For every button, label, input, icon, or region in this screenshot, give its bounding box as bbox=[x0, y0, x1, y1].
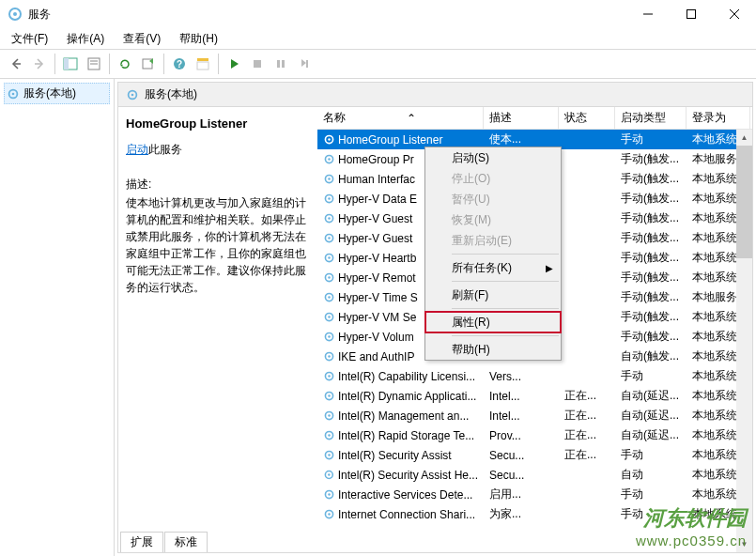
cell-startup: 自动(延迟... bbox=[615, 425, 687, 445]
svg-text:?: ? bbox=[177, 59, 182, 70]
svg-rect-7 bbox=[64, 58, 69, 70]
cell-startup: 手动(触发... bbox=[615, 248, 687, 268]
stop-service-button[interactable] bbox=[247, 54, 268, 74]
tab-standard[interactable]: 标准 bbox=[164, 532, 208, 552]
svg-point-51 bbox=[328, 394, 330, 396]
cell-name: Intel(R) Dynamic Applicati... bbox=[317, 388, 484, 405]
close-button[interactable] bbox=[713, 0, 756, 28]
cell-startup: 手动(触发... bbox=[615, 228, 687, 248]
cell-name: Intel(R) Security Assist He... bbox=[317, 467, 484, 484]
svg-point-61 bbox=[328, 493, 330, 495]
cell-startup: 手动 bbox=[615, 485, 687, 504]
context-menu-item: 恢复(M) bbox=[425, 209, 561, 230]
start-service-link[interactable]: 启动 bbox=[126, 143, 148, 156]
list-row[interactable]: Internet Connection Shari...为家...手动本地系统 bbox=[317, 504, 752, 524]
window-title: 服务 bbox=[28, 7, 626, 23]
cell-status bbox=[559, 375, 615, 378]
cell-desc: Secu... bbox=[484, 447, 559, 464]
tree-item-services-local[interactable]: 服务(本地) bbox=[4, 83, 110, 104]
menu-action[interactable]: 操作(A) bbox=[61, 29, 110, 49]
svg-rect-14 bbox=[197, 58, 208, 61]
list-row[interactable]: Intel(R) Dynamic Applicati...Intel...正在.… bbox=[317, 386, 752, 406]
scroll-up-button[interactable]: ▲ bbox=[736, 130, 752, 146]
cell-status bbox=[559, 493, 615, 497]
cell-desc: 启用... bbox=[484, 485, 559, 504]
context-menu-item[interactable]: 帮助(H) bbox=[425, 339, 561, 360]
pause-service-button[interactable] bbox=[270, 54, 291, 74]
context-menu-item[interactable]: 刷新(F) bbox=[425, 285, 561, 305]
list-row[interactable]: Intel(R) Rapid Storage Te...Prov...正在...… bbox=[317, 425, 752, 445]
menu-help[interactable]: 帮助(H) bbox=[174, 29, 224, 49]
restart-service-button[interactable] bbox=[294, 54, 315, 74]
column-name[interactable]: 名称⌃ bbox=[317, 107, 484, 129]
scroll-down-button[interactable]: ▼ bbox=[736, 536, 752, 552]
cell-startup: 手动(触发... bbox=[615, 189, 687, 208]
cell-startup: 自动 bbox=[615, 465, 687, 485]
maximize-button[interactable] bbox=[670, 0, 713, 28]
show-hide-tree-button[interactable] bbox=[60, 54, 81, 74]
svg-point-53 bbox=[328, 414, 330, 416]
svg-point-37 bbox=[328, 256, 330, 258]
cell-desc: Prov... bbox=[484, 427, 559, 444]
help-button[interactable]: ? bbox=[169, 54, 190, 74]
cell-status bbox=[559, 256, 615, 260]
svg-point-55 bbox=[328, 434, 330, 436]
selected-service-name: HomeGroup Listener bbox=[126, 116, 310, 131]
column-status[interactable]: 状态 bbox=[559, 107, 615, 129]
svg-point-43 bbox=[328, 316, 330, 317]
context-menu-item[interactable]: 启动(S) bbox=[425, 147, 561, 168]
cell-status: 正在... bbox=[559, 386, 615, 406]
tab-extended[interactable]: 扩展 bbox=[120, 532, 163, 552]
svg-point-35 bbox=[328, 237, 330, 239]
svg-point-49 bbox=[328, 375, 330, 377]
svg-point-23 bbox=[131, 93, 134, 96]
list-row[interactable]: Intel(R) Security Assist He...Secu...自动本… bbox=[317, 465, 752, 485]
list-header: 名称⌃ 描述 状态 启动类型 登录为 bbox=[317, 107, 752, 130]
svg-point-41 bbox=[328, 296, 330, 298]
context-menu-item[interactable]: 属性(R) bbox=[425, 312, 561, 332]
info-panel: HomeGroup Listener 启动此服务 描述: 使本地计算机更改与加入… bbox=[118, 107, 317, 552]
list-row[interactable]: Intel(R) Management an...Intel...正在...自动… bbox=[317, 406, 752, 425]
cell-startup: 自动(触发... bbox=[615, 347, 687, 366]
cell-startup: 手动(触发... bbox=[615, 287, 687, 307]
cell-status bbox=[559, 296, 615, 300]
svg-point-39 bbox=[328, 276, 330, 278]
cell-desc: 为家... bbox=[484, 504, 559, 524]
minimize-button[interactable] bbox=[626, 0, 670, 28]
scroll-thumb[interactable] bbox=[736, 146, 752, 258]
context-menu-separator bbox=[452, 335, 559, 336]
svg-point-63 bbox=[328, 513, 330, 515]
list-row[interactable]: Intel(R) Capability Licensi...Vers...手动本… bbox=[317, 366, 752, 386]
cell-status bbox=[559, 335, 615, 339]
export-list-button[interactable] bbox=[138, 54, 159, 74]
submenu-arrow-icon: ▶ bbox=[546, 263, 553, 273]
svg-rect-19 bbox=[306, 60, 308, 68]
menu-view[interactable]: 查看(V) bbox=[117, 29, 166, 49]
column-startup[interactable]: 启动类型 bbox=[615, 107, 687, 129]
column-logon[interactable]: 登录为 bbox=[687, 107, 750, 129]
menu-file[interactable]: 文件(F) bbox=[6, 29, 54, 49]
context-menu-item[interactable]: 所有任务(K)▶ bbox=[425, 257, 561, 278]
list-row[interactable]: Interactive Services Dete...启用...手动本地系统 bbox=[317, 485, 752, 504]
svg-point-57 bbox=[328, 454, 330, 456]
details-button[interactable] bbox=[193, 54, 213, 74]
bottom-tabs: 扩展 标准 bbox=[118, 532, 207, 552]
context-menu: 启动(S)停止(O)暂停(U)恢复(M)重新启动(E)所有任务(K)▶刷新(F)… bbox=[424, 147, 562, 361]
list-row[interactable]: Intel(R) Security AssistSecu...正在...手动本地… bbox=[317, 445, 752, 465]
properties-button[interactable] bbox=[84, 54, 104, 74]
column-desc[interactable]: 描述 bbox=[484, 107, 559, 129]
refresh-button[interactable] bbox=[115, 54, 135, 74]
forward-button[interactable] bbox=[29, 54, 50, 74]
start-service-suffix: 此服务 bbox=[148, 143, 182, 156]
vertical-scrollbar[interactable]: ▲ ▼ bbox=[736, 130, 752, 552]
start-service-button[interactable] bbox=[224, 54, 244, 74]
svg-rect-17 bbox=[277, 60, 280, 68]
cell-status bbox=[559, 316, 615, 319]
svg-point-25 bbox=[328, 138, 330, 140]
app-icon bbox=[8, 7, 23, 22]
cell-status bbox=[559, 473, 615, 477]
description-label: 描述: bbox=[126, 177, 310, 193]
svg-point-59 bbox=[328, 473, 330, 475]
context-menu-separator bbox=[452, 254, 559, 255]
back-button[interactable] bbox=[6, 54, 26, 74]
